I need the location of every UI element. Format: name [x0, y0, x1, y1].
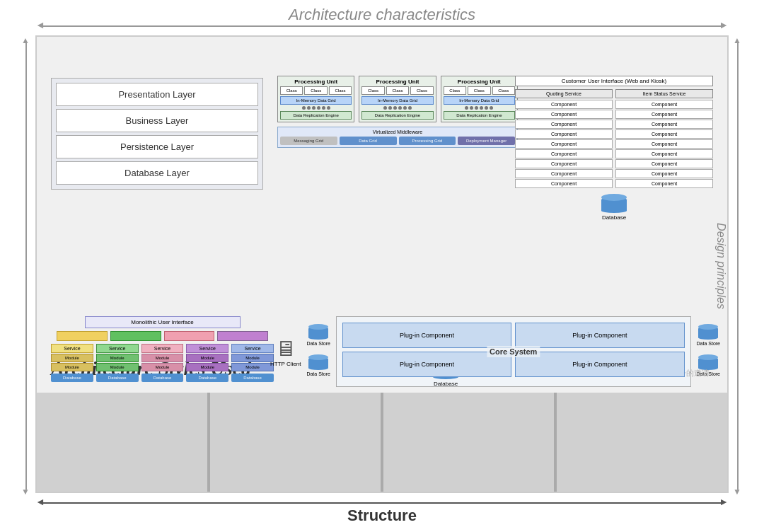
i-comp-3: Component — [615, 120, 713, 129]
api-item-pink — [164, 331, 215, 341]
q-comp-9: Component — [515, 179, 613, 188]
bottom-section — [37, 393, 727, 492]
messaging-grid: Messaging Grid — [280, 137, 337, 145]
database-layer: Database Layer — [56, 161, 258, 185]
customer-ui-section: Customer User Interface (Web and Kiosk) … — [515, 76, 713, 222]
microservices-area: Monolithic User Interface Service Module… — [51, 316, 274, 382]
ds-left-1-icon — [308, 327, 328, 340]
svc3-db: Database — [141, 374, 184, 382]
pu1-class1: Class — [280, 86, 303, 95]
ds-right-1-icon — [698, 327, 718, 340]
svc3-module1: Module — [141, 354, 184, 362]
service-2: Service Module Module Database — [96, 344, 139, 382]
service-4: Service Module Module Database — [186, 344, 228, 382]
pu2-engine: Data Replication Engine — [361, 111, 433, 120]
i-comp-1: Component — [615, 100, 713, 109]
q-comp-3: Component — [515, 120, 613, 129]
i-comp-5: Component — [615, 139, 713, 149]
cui-header: Customer User Interface (Web and Kiosk) — [515, 76, 713, 86]
ds-left-2-label: Data Store — [306, 371, 330, 376]
virtualized-middleware: Virtualized Middleware Messaging Grid Da… — [277, 127, 518, 148]
q-comp-1: Component — [515, 100, 613, 109]
http-client: 🖥 HTTP Client — [270, 337, 301, 367]
monitor-icon: 🖥 — [275, 337, 296, 361]
svc4-module2: Module — [186, 363, 228, 371]
pu3-grid: In-Memory Data Grid — [444, 96, 515, 105]
quoting-service-title: Quoting Service — [515, 89, 613, 98]
right-label: Design principles — [714, 223, 727, 309]
svc1-module2: Module — [51, 363, 93, 371]
q-comp-2: Component — [515, 110, 613, 119]
q-comp-5: Component — [515, 139, 613, 149]
vm-items: Messaging Grid Data Grid Processing Grid… — [280, 137, 515, 145]
plugin-2: Plug-in Component — [515, 323, 684, 348]
bottom-col-3 — [383, 393, 557, 492]
left-data-stores: Data Store Data Store — [306, 327, 330, 376]
processing-grid: Processing Grid — [399, 137, 456, 145]
left-arrow — [25, 42, 27, 490]
item-status-service-title: Item Status Service — [615, 89, 713, 98]
ds-right-1: Data Store — [697, 327, 720, 346]
cui-services: Quoting Service Component Component Comp… — [515, 89, 713, 189]
space-based-architecture: Processing Unit Class Class Class In-Mem… — [277, 76, 518, 148]
deployment-manager: Deployment Manager — [458, 137, 515, 145]
ds-left-1-label: Data Store — [306, 341, 330, 346]
pu1-class3: Class — [329, 86, 352, 95]
persistence-layer: Persistence Layer — [56, 135, 258, 158]
business-layer: Business Layer — [56, 109, 258, 132]
q-comp-6: Component — [515, 149, 613, 158]
pu1-title: Processing Unit — [280, 79, 352, 85]
core-system-box: Plug-in Component Plug-in Component Plug… — [336, 316, 691, 387]
q-comp-8: Component — [515, 169, 613, 178]
i-comp-9: Component — [615, 179, 713, 188]
bottom-arrow — [42, 502, 722, 504]
pu1-dots — [280, 106, 352, 110]
pu2-class1: Class — [361, 86, 384, 95]
pu1-grid: In-Memory Data Grid — [280, 96, 352, 105]
top-label: Architecture characteristics — [0, 6, 764, 24]
pu2-title: Processing Unit — [361, 79, 433, 85]
ds-left-1: Data Store — [306, 327, 330, 346]
pu2-class3: Class — [410, 86, 433, 95]
services-row: Service Module Module Database Service M… — [51, 344, 274, 382]
i-comp-6: Component — [615, 149, 713, 158]
plugin-1: Plug-in Component — [342, 323, 511, 348]
svc3-label: Service — [141, 344, 184, 353]
pu3-title: Processing Unit — [444, 79, 515, 85]
pu3-class1: Class — [444, 86, 466, 95]
ds-left-2-icon — [308, 357, 328, 370]
layered-architecture-box: Presentation Layer Business Layer Persis… — [51, 78, 263, 190]
q-comp-7: Component — [515, 159, 613, 168]
pu1-classes: Class Class Class — [280, 86, 352, 95]
svc2-label: Service — [96, 344, 139, 353]
monolithic-ui: Monolithic User Interface — [85, 316, 241, 328]
top-arrow — [42, 25, 722, 27]
svc5-module2: Module — [231, 363, 274, 371]
pu3-engine: Data Replication Engine — [444, 111, 515, 120]
i-comp-2: Component — [615, 110, 713, 119]
bottom-col-4 — [557, 393, 727, 492]
ds-left-2: Data Store — [306, 357, 330, 376]
bottom-col-1 — [37, 393, 210, 492]
api-item-purple — [217, 331, 268, 341]
svc4-label: Service — [186, 344, 228, 353]
monolithic-ui-wrapper: Monolithic User Interface — [51, 316, 274, 328]
pu1-class2: Class — [304, 86, 327, 95]
pu3-classes: Class Class Class — [444, 86, 515, 95]
processing-unit-3: Processing Unit Class Class Class In-Mem… — [441, 76, 518, 122]
service-5: Service Module Module Database — [231, 344, 274, 382]
pu1-engine: Data Replication Engine — [280, 111, 352, 120]
quoting-service: Quoting Service Component Component Comp… — [515, 89, 613, 189]
bottom-col-2 — [210, 393, 383, 492]
svc4-db: Database — [186, 374, 228, 382]
pu2-dots — [361, 106, 433, 110]
svc5-label: Service — [231, 344, 274, 353]
i-comp-4: Component — [615, 129, 713, 139]
svc4-module1: Module — [186, 354, 228, 362]
service-3: Service Module Module Database — [141, 344, 184, 382]
presentation-layer: Presentation Layer — [56, 83, 258, 106]
plugin-4: Plug-in Component — [515, 352, 684, 377]
svc2-module2: Module — [96, 363, 139, 371]
pu3-class3: Class — [492, 86, 515, 95]
processing-unit-2: Processing Unit Class Class Class In-Mem… — [359, 76, 436, 122]
